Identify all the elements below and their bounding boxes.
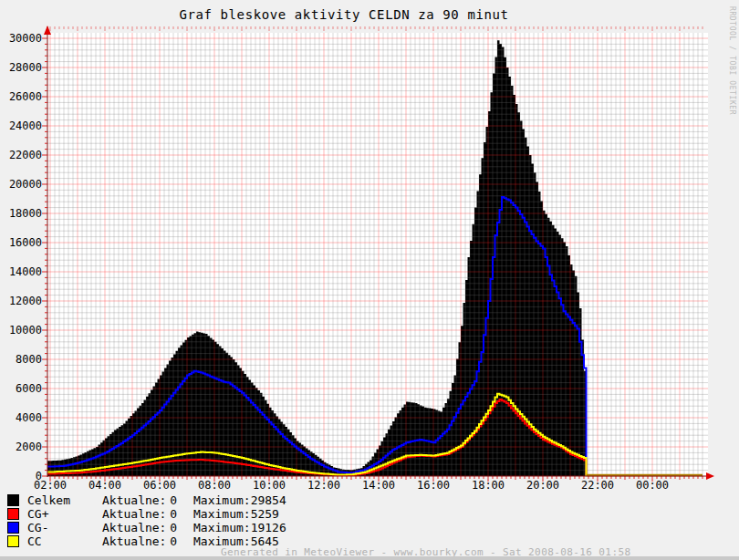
x-axis-tick-label: 00:00 [636, 479, 669, 492]
x-axis-tick-label: 10:00 [253, 479, 286, 492]
y-axis-tick-label: 18000 [9, 207, 42, 220]
y-axis-tick-label: 2000 [16, 441, 42, 453]
maximum-label: Maximum: [193, 521, 251, 534]
x-axis-tick-label: 20:00 [526, 479, 559, 492]
cg-minus-color-swatch [7, 522, 19, 534]
x-axis-tick-label: 04:00 [88, 479, 121, 492]
x-axis-tick-label: 22:00 [581, 479, 614, 492]
legend-row-cg-minus: CG- Aktualne: 0 Maximum:19126 [0, 521, 383, 534]
maximum-text: Maximum:5259 [193, 507, 279, 521]
y-axis-tick-label: 14000 [9, 265, 42, 278]
aktualne-value: 0 [151, 493, 177, 507]
aktualne-value: 0 [151, 507, 177, 521]
maximum-label: Maximum: [193, 493, 251, 507]
y-axis-tick-label: 6000 [16, 382, 42, 395]
maximum-value: 5259 [251, 507, 279, 521]
x-axis-tick-label: 18:00 [472, 479, 505, 492]
maximum-value: 19126 [251, 521, 286, 534]
x-axis-tick-label: 14:00 [362, 479, 395, 492]
rrdtool-graph-page: { "title": "Graf bleskove aktivity CELDN… [0, 0, 739, 560]
maximum-label: Maximum: [193, 507, 251, 521]
y-axis-tick-label: 10000 [9, 324, 42, 337]
aktualne-value: 0 [151, 534, 177, 548]
cg-plus-color-swatch [7, 508, 19, 520]
y-axis-tick-label: 22000 [9, 149, 42, 161]
y-axis-tick-label: 30000 [9, 32, 42, 45]
y-axis-tick-label: 24000 [9, 119, 42, 132]
x-axis-tick-label: 16:00 [417, 479, 450, 492]
legend-label: Celkem [27, 493, 70, 507]
legend-label: CC [27, 534, 42, 548]
y-axis-tick-label: 8000 [16, 353, 42, 366]
y-axis-tick-label: 12000 [9, 295, 42, 307]
legend-row-cg-plus: CG+ Aktualne: 0 Maximum:5259 [0, 507, 383, 521]
cc-color-swatch [7, 535, 19, 547]
y-axis-tick-label: 28000 [9, 61, 42, 74]
legend-label: CG+ [27, 507, 48, 521]
maximum-text: Maximum:29854 [193, 493, 286, 507]
aktualne-value: 0 [151, 521, 177, 534]
x-axis-tick-label: 08:00 [198, 479, 231, 492]
legend-row-celkem: Celkem Aktualne: 0 Maximum:29854 [0, 493, 383, 507]
maximum-value: 29854 [251, 493, 286, 507]
celkem-color-swatch [7, 494, 19, 506]
y-axis-tick-label: 16000 [9, 236, 42, 249]
legend-label: CG- [27, 521, 48, 534]
window-bottom-edge [0, 556, 739, 560]
y-axis-tick-label: 20000 [9, 178, 42, 191]
x-axis-tick-label: 12:00 [307, 479, 340, 492]
x-axis-arrow [706, 472, 714, 480]
x-axis-tick-label: 02:00 [34, 479, 67, 492]
x-axis-tick-label: 06:00 [143, 479, 176, 492]
rrdtool-watermark: RRDTOOL / TOBI OETIKER [728, 6, 736, 115]
lightning-activity-chart: 0200040006000800010000120001400016000180… [0, 0, 739, 560]
maximum-text: Maximum:19126 [193, 521, 286, 534]
y-axis-tick-label: 4000 [16, 411, 42, 424]
legend: Celkem Aktualne: 0 Maximum:29854 CG+ Akt… [0, 493, 383, 548]
y-axis-tick-label: 26000 [9, 90, 42, 103]
